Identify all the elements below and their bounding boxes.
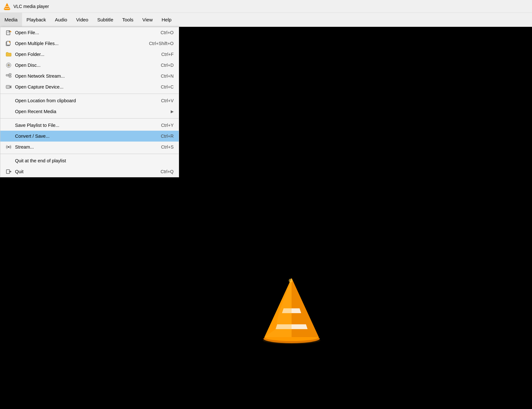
svg-marker-22 <box>10 86 11 88</box>
open-capture-shortcut: Ctrl+C <box>161 84 174 89</box>
menu-open-folder[interactable]: Open Folder... Ctrl+F <box>0 49 179 60</box>
menu-open-multiple[interactable]: Open Multiple Files... Ctrl+Shift+O <box>0 38 179 49</box>
separator-2 <box>0 118 179 119</box>
save-playlist-shortcut: Ctrl+Y <box>161 123 174 128</box>
menu-open-network[interactable]: Open Network Stream... Ctrl+N <box>0 71 179 81</box>
app-title: VLC media player <box>13 4 49 9</box>
menu-quit-end[interactable]: Quit at the end of playlist <box>0 155 179 166</box>
svg-rect-16 <box>6 74 8 76</box>
open-disc-label: Open Disc... <box>15 63 158 68</box>
vlc-logo-icon <box>3 3 11 10</box>
media-dropdown: Open File... Ctrl+O Open Multiple Files.… <box>0 27 179 177</box>
open-multiple-shortcut: Ctrl+Shift+O <box>149 41 174 46</box>
svg-point-23 <box>8 146 10 148</box>
svg-rect-21 <box>6 85 10 89</box>
stream-label: Stream... <box>15 144 158 150</box>
open-folder-label: Open Folder... <box>15 52 158 57</box>
menu-help[interactable]: Help <box>157 13 176 27</box>
open-capture-label: Open Capture Device... <box>15 84 158 89</box>
convert-save-icon <box>5 133 12 139</box>
open-file-shortcut: Ctrl+O <box>160 30 174 35</box>
menu-video[interactable]: Video <box>72 13 93 27</box>
menu-open-file[interactable]: Open File... Ctrl+O <box>0 27 179 38</box>
menu-audio[interactable]: Audio <box>51 13 72 27</box>
menu-playback[interactable]: Playback <box>22 13 51 27</box>
quit-label: Quit <box>15 169 157 174</box>
menu-open-capture[interactable]: Open Capture Device... Ctrl+C <box>0 81 179 92</box>
open-recent-icon <box>5 108 12 115</box>
save-playlist-icon <box>5 122 12 128</box>
menu-open-recent[interactable]: Open Recent Media ▶ <box>0 106 179 117</box>
svg-rect-3 <box>5 6 9 6</box>
stream-shortcut: Ctrl+S <box>161 144 174 150</box>
open-capture-icon <box>5 84 12 90</box>
separator-1 <box>0 94 179 94</box>
open-disc-shortcut: Ctrl+D <box>161 63 174 68</box>
open-folder-shortcut: Ctrl+F <box>161 52 174 57</box>
open-location-label: Open Location from clipboard <box>15 98 158 103</box>
menu-quit[interactable]: Quit Ctrl+Q <box>0 166 179 177</box>
svg-point-35 <box>289 279 293 282</box>
open-multiple-icon <box>5 40 12 47</box>
open-folder-icon <box>5 51 12 58</box>
separator-3 <box>0 154 179 154</box>
convert-save-shortcut: Ctrl+R <box>161 134 174 139</box>
open-multiple-label: Open Multiple Files... <box>15 41 146 46</box>
menu-bar: Media Playback Audio Video Subtitle Tool… <box>0 13 532 27</box>
open-location-icon <box>5 97 12 104</box>
svg-rect-17 <box>9 73 11 75</box>
svg-rect-18 <box>9 76 11 77</box>
open-location-shortcut: Ctrl+V <box>161 98 174 103</box>
open-network-label: Open Network Stream... <box>15 73 158 79</box>
svg-rect-2 <box>4 9 10 10</box>
convert-save-label: Convert / Save... <box>15 134 158 139</box>
open-recent-label: Open Recent Media <box>15 109 168 114</box>
menu-save-playlist[interactable]: Save Playlist to File... Ctrl+Y <box>0 120 179 131</box>
menu-convert-save[interactable]: Convert / Save... Ctrl+R <box>0 131 179 142</box>
open-file-icon <box>5 29 12 36</box>
quit-icon <box>5 168 12 175</box>
open-network-icon <box>5 73 12 79</box>
menu-view[interactable]: View <box>138 13 157 27</box>
stream-icon <box>5 144 12 150</box>
arrow-icon: ▶ <box>171 109 174 114</box>
svg-marker-26 <box>10 171 12 173</box>
vlc-cone-logo <box>260 275 324 345</box>
quit-end-label: Quit at the end of playlist <box>15 158 170 163</box>
quit-shortcut: Ctrl+Q <box>160 169 174 174</box>
open-file-label: Open File... <box>15 30 157 35</box>
menu-tools[interactable]: Tools <box>118 13 138 27</box>
title-bar: VLC media player <box>0 0 532 13</box>
menu-open-disc[interactable]: Open Disc... Ctrl+D <box>0 60 179 71</box>
svg-point-15 <box>8 65 9 66</box>
open-disc-icon <box>5 62 12 68</box>
save-playlist-label: Save Playlist to File... <box>15 123 158 128</box>
open-network-shortcut: Ctrl+N <box>161 73 174 79</box>
menu-stream[interactable]: Stream... Ctrl+S <box>0 142 179 152</box>
svg-marker-9 <box>10 31 12 32</box>
menu-open-location[interactable]: Open Location from clipboard Ctrl+V <box>0 95 179 106</box>
quit-end-icon <box>5 158 12 164</box>
menu-subtitle[interactable]: Subtitle <box>93 13 118 27</box>
menu-media[interactable]: Media <box>0 13 22 27</box>
svg-rect-4 <box>5 8 9 8</box>
